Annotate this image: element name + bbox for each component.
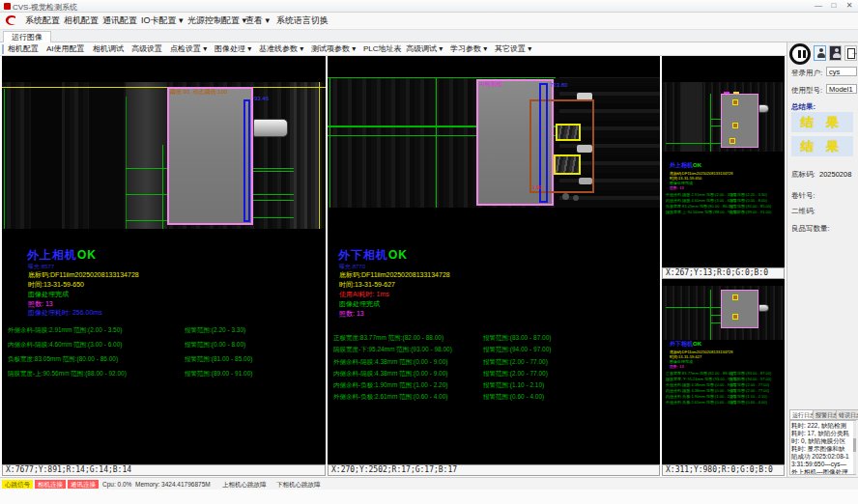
meas-row: 正极宽度:83.77mm 范围:(82.00 - 88.00) <box>333 334 443 343</box>
comm-link-badge: 通讯连接 <box>68 480 99 489</box>
tool-test-params[interactable]: 测试项参数 ▾ <box>311 42 356 55</box>
image-light-column <box>126 82 167 229</box>
overlay-line <box>436 77 437 208</box>
thumb-meas: 外侧余料-负极:2.61mm 范围:(0.60 - 4.00) <box>666 400 736 405</box>
tool-advanced-set[interactable]: 高级设置 <box>131 42 162 55</box>
tab-bar: 运行图像 <box>0 30 858 42</box>
side-panel: → 登录用户: cys 使用型号: Model1 总结果: 结 果 结 果 底标… <box>786 42 858 477</box>
thumb-meas: 报警范围:(89.00 - 91.00) <box>729 210 771 214</box>
thumb-meas: 报警范围:(83.00 - 87.00) <box>729 371 771 376</box>
tool-spot-check[interactable]: 点检设置 ▾ <box>170 42 207 55</box>
heartbeat-badge: 心跳信号 <box>2 480 33 489</box>
image-dark-band <box>89 82 124 229</box>
meas-row: 隔膜宽度-下:95.24mm 范围:(93.00 - 98.00) <box>333 346 452 354</box>
barcode-text: 底标码:DF11iim20250208133134728 <box>28 270 139 280</box>
defect-rect-yellow <box>556 124 581 141</box>
time-text: 时间:13-31-59-650 <box>28 280 84 290</box>
tool-advanced-debug[interactable]: 高级调试 ▾ <box>406 42 443 55</box>
log-scrollbar-thumb[interactable] <box>853 438 856 452</box>
mid-camera-viewport[interactable]: AI检测框 723.80 1.90 外下相机OK 曝光:8770 底标码:DF1… <box>328 56 660 464</box>
thumb-top-camera[interactable]: 外上相机OK 底标码:DF11iim20250208133134728 时间:1… <box>662 56 785 267</box>
tool-baseline-params[interactable]: 基准线参数 ▾ <box>259 42 303 55</box>
ok-badge: OK <box>77 248 97 262</box>
thumb-meas: 外侧余料-隔膜:2.91mm 范围:(2.00 - 3.50) <box>666 192 736 197</box>
bolt-head <box>562 193 569 200</box>
alarm-row: 报警范围:(2.20 - 3.30) <box>185 326 245 335</box>
image-dark-band <box>31 82 62 229</box>
overlay-line <box>126 97 127 229</box>
tool-camera-debug[interactable]: 相机调试 <box>93 42 124 55</box>
thumb-bottom-camera[interactable]: 外下相机OK 底标码:DF11iim20250208133134728 时间:1… <box>662 279 785 464</box>
thumb-meas: 外侧余料-隔膜:4.38mm 范围:(0.00 - 9.00) <box>666 382 736 387</box>
done-text: 图像处理完成 <box>339 299 380 309</box>
app-status-bar: 心跳信号 相机连接 通讯连接 Cpu: 0.0% Memory: 3424.41… <box>0 477 858 490</box>
overlay-line <box>328 77 556 78</box>
measure-rect-blue <box>243 99 250 222</box>
log-scrollbar[interactable] <box>853 421 856 474</box>
total-result-label: 总结果: <box>791 102 815 112</box>
thumb-defect-box <box>732 99 738 105</box>
roi-rect-pink <box>167 87 253 225</box>
tool-other-settings[interactable]: 其它设置 ▾ <box>495 42 531 55</box>
left-camera-viewport[interactable]: 阈值:93, 动态阈值:100 93.46 外上相机OK 曝光:8577 底标码… <box>2 56 326 464</box>
thumb-meas: 报警范围:(2.00 - 77.00) <box>729 382 769 387</box>
thumb-title: 外上相机OK <box>670 161 701 170</box>
meas-row: 外侧余料-负极:2.61mm 范围:(0.60 - 4.00) <box>333 393 447 402</box>
brand-logo-icon <box>4 14 18 28</box>
result-box-bottom: 结 果 <box>791 136 853 156</box>
thumb-defect-box <box>729 138 735 144</box>
overlay-line <box>162 145 163 229</box>
left-pixel-status: X:7677;Y:891;R:14;G:14;B:14 <box>2 464 326 476</box>
tool-ai-use-config[interactable]: AI使用配置 <box>46 42 85 55</box>
thumb-meas: 报警范围:(0.00 - 8.00) <box>729 198 767 203</box>
pause-button[interactable] <box>789 43 811 65</box>
barcode-label: 底标码: <box>791 170 815 180</box>
thumb-mark-magenta <box>724 92 729 94</box>
top-camera-warning: 上相机心跳故障 <box>222 480 267 489</box>
menu-bar: 系统配置 相机配置 通讯配置 IO卡配置 ▾ 光源控制配置 ▾ 查看 ▾ 系统语… <box>0 13 858 30</box>
overlay-line <box>329 77 330 208</box>
user-login-button[interactable] <box>814 45 826 61</box>
login-user-label: 登录用户: <box>791 69 822 78</box>
frame-count-text: 照数: 13 <box>339 309 364 319</box>
tool-camera-config[interactable]: 相机配置 <box>8 42 39 55</box>
logout-button[interactable]: → <box>844 45 857 61</box>
log-tab-error[interactable]: 错误日志 <box>836 409 858 420</box>
thumb-count: 照数: 13 <box>670 364 684 369</box>
measure-value-red: 1.90 <box>532 184 542 190</box>
tool-plc-table[interactable]: PLC地址表 <box>363 42 402 55</box>
thumb-light-column <box>681 82 702 152</box>
log-text-area[interactable]: 耗时: 222, 缺陷检测耗时: 17, 缺陷分类耗时: 0, 缺陷掩膜分区耗时… <box>789 420 856 475</box>
alarm-row: 报警范围:(2.00 - 77.00) <box>483 358 548 367</box>
maximize-button[interactable]: □ <box>827 1 841 10</box>
alarm-row: 报警范围:(0.00 - 8.00) <box>185 341 245 350</box>
baseline-yellow-h <box>2 87 326 88</box>
user-dark-icon <box>832 48 841 59</box>
alarm-row: 报警范围:(89.00 - 91.00) <box>185 370 252 378</box>
thumb-roi-pink <box>721 94 758 148</box>
user-lock-button[interactable] <box>829 45 842 61</box>
qr-code-label: 二维码: <box>791 207 815 216</box>
alarm-row: 报警范围:(83.00 - 87.00) <box>483 334 551 343</box>
model-field[interactable]: Model1 <box>826 84 857 94</box>
thumb-electrode-tab <box>758 104 769 113</box>
menu-language-switch[interactable]: 系统语言切换 <box>271 13 334 29</box>
model-label: 使用型号: <box>791 86 822 96</box>
title-bar: CVS-视觉检测系统 — □ ✕ <box>0 0 858 13</box>
thumb-meas: 负极宽度:83.05mm 范围:(80.00 - 86.00) <box>666 204 733 209</box>
measure-value-blue: 93.46 <box>254 96 269 101</box>
mid-pixel-status: X:270;Y:2502;R:17;G:17;B:17 <box>328 464 660 476</box>
close-button[interactable]: ✕ <box>843 1 856 10</box>
tool-image-process[interactable]: 图像处理 ▾ <box>214 42 251 55</box>
meas-row: 内侧余料-隔膜:4.60mm 范围:(3.00 - 6.00) <box>8 341 122 350</box>
thumb-meas: 内侧余料-隔膜:4.60mm 范围:(3.00 - 6.00) <box>666 198 736 203</box>
tool-learn-params[interactable]: 学习参数 ▾ <box>450 42 487 55</box>
thumb-meas: 报警范围:(81.00 - 85.00) <box>729 204 771 209</box>
login-user-field[interactable]: cys <box>826 67 857 76</box>
minimize-button[interactable]: — <box>812 1 825 10</box>
thumb-meas: 正极宽度:83.77mm 范围:(82.00 - 88.00) <box>666 371 733 376</box>
ai-time-text: 使用AI耗时: 1ms <box>339 290 389 299</box>
elapsed-text: 图像处理耗时: 256.00ms <box>28 308 102 318</box>
camera-link-badge: 相机连接 <box>35 480 66 489</box>
thumb-mark-yellow <box>733 92 739 94</box>
